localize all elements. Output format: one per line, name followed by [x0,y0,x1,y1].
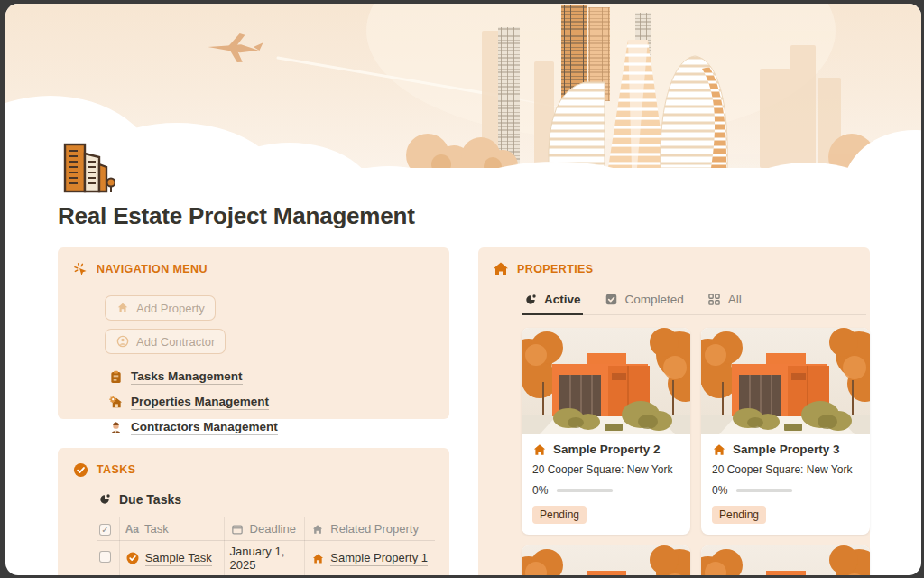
clipboard-icon [108,370,123,385]
status-badge: Pending [712,506,766,524]
progress-label: 0% [532,484,548,497]
navigation-menu-section: NAVIGATION MENU Add Property [58,247,449,419]
tab-all[interactable]: All [706,290,744,315]
house-gear-icon [108,396,123,410]
cover-image [5,4,921,168]
tab-label: Active [544,293,581,306]
content-columns: NAVIGATION MENU Add Property [58,247,870,575]
progress-bar [736,489,792,492]
section-title: TASKS [97,463,135,476]
column-header-related-property: Related Property [330,522,419,536]
page-icon-buildings[interactable] [58,137,116,199]
nav-link-label: Contractors Management [131,420,278,435]
house-icon [712,443,726,456]
deadline-value: January 1, 2025 [230,545,285,572]
person-icon [116,334,130,349]
progress-label: 0% [712,484,727,497]
check-circle-icon [72,461,88,478]
worker-icon [108,421,123,435]
add-contractor-button[interactable]: Add Contractor [105,329,226,354]
related-property-link: Sample Property 1 [330,551,428,566]
buildings-icon [58,137,116,199]
progress-bar [557,489,613,492]
property-card[interactable] [701,545,870,575]
tasks-table: ✓ AaTask Deadline Related Property Sampl… [97,517,435,575]
house-icon [493,261,509,277]
property-photo [522,328,690,434]
property-photo [701,328,870,434]
tab-label: All [728,293,742,306]
column-header-task: Task [144,522,169,536]
title-property-icon: Aa [125,523,139,536]
add-contractor-label: Add Contractor [136,335,215,349]
tab-label: Completed [625,293,684,306]
house-icon [116,301,130,315]
checkbox-checked-icon [605,294,619,306]
nav-link-label: Properties Management [131,395,269,410]
tab-completed[interactable]: Completed [603,290,686,315]
table-row: Sample Task January 1, 2025 Sample Prope… [97,541,435,576]
right-column: PROPERTIES Active Completed [478,247,870,575]
nav-link-tasks-management[interactable]: Tasks Management [108,369,435,385]
property-card[interactable] [522,545,690,575]
notion-page: Real Estate Project Management NAVIGATIO… [5,4,921,575]
nav-link-properties-management[interactable]: Properties Management [108,395,435,410]
grid-icon [707,294,722,306]
add-property-button[interactable]: Add Property [105,295,216,321]
house-icon [532,443,547,456]
property-cards-grid: Sample Property 2 20 Cooper Square: New … [522,328,855,575]
column-header-deadline: Deadline [250,522,296,536]
database-icon [523,294,538,306]
property-address: 20 Cooper Square: New York [532,463,679,476]
nav-link-contractors-management[interactable]: Contractors Management [108,420,435,435]
property-card[interactable]: Sample Property 2 20 Cooper Square: New … [522,328,690,535]
section-title: NAVIGATION MENU [97,263,208,275]
tasks-section: TASKS Due Tasks ✓ AaTask Deadline Relate… [58,448,449,575]
add-property-label: Add Property [136,302,205,315]
task-link: Sample Task [145,551,212,566]
select-all-checkbox[interactable]: ✓ [99,524,111,536]
property-address: 20 Cooper Square: New York [712,463,859,476]
properties-tabs: Active Completed All [522,290,866,315]
tab-active[interactable]: Active [522,290,583,315]
property-card[interactable]: Sample Property 3 20 Cooper Square: New … [701,328,870,535]
section-title: PROPERTIES [517,263,594,275]
properties-section: PROPERTIES Active Completed [478,247,870,575]
status-badge: Pending [532,506,587,524]
due-tasks-view[interactable]: Due Tasks [97,492,435,507]
house-icon [310,523,325,535]
check-circle-icon [125,552,140,564]
house-icon [310,553,325,564]
calendar-icon [230,523,245,535]
nav-link-label: Tasks Management [131,369,243,385]
view-title: Due Tasks [119,492,181,507]
table-header-row: ✓ AaTask Deadline Related Property [97,517,435,541]
database-icon [97,492,112,507]
city-skyline-illustration [5,4,921,168]
property-photo [701,545,870,575]
left-column: NAVIGATION MENU Add Property [58,247,449,575]
page-title: Real Estate Project Management [58,202,415,230]
property-title: Sample Property 2 [553,443,661,456]
cursor-click-icon [72,261,88,277]
property-photo [522,545,690,575]
property-title: Sample Property 3 [733,443,840,456]
row-checkbox[interactable] [99,551,111,563]
